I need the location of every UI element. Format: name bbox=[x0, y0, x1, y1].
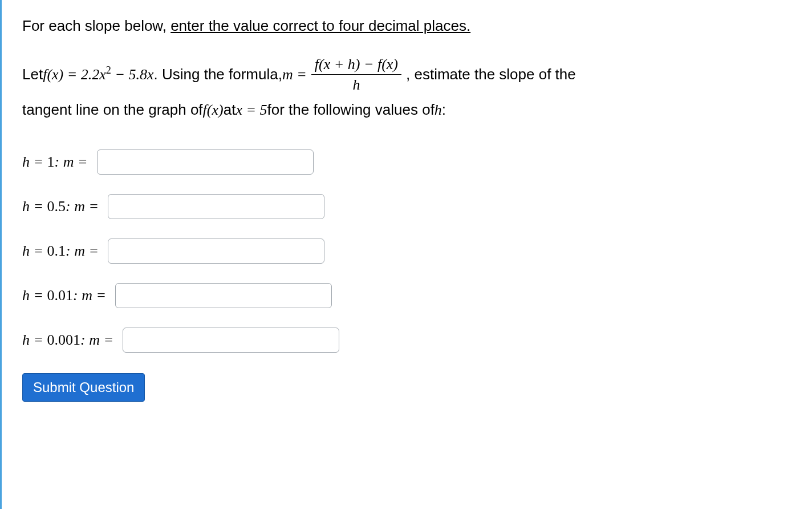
row-h-val: 0.1 bbox=[47, 243, 66, 259]
line1-mid: . Using the formula, bbox=[154, 60, 282, 88]
submit-question-button[interactable]: Submit Question bbox=[22, 373, 145, 402]
submit-container: Submit Question bbox=[22, 373, 791, 402]
fx-tail: − 5.8x bbox=[111, 66, 154, 83]
row-label: h = 0.1: m = bbox=[22, 243, 99, 260]
answer-input-h-0-1[interactable] bbox=[108, 239, 324, 264]
row-label: h = 1: m = bbox=[22, 153, 88, 171]
problem-statement: Let f(x) = 2.2x2 − 5.8x . Using the form… bbox=[22, 55, 791, 124]
line2-h: h bbox=[435, 96, 442, 124]
line2-fx: f(x) bbox=[203, 96, 224, 124]
answer-input-h-0-5[interactable] bbox=[108, 194, 324, 219]
intro-lead: For each slope below, bbox=[22, 17, 170, 34]
fraction-numerator: f(x + h) − f(x) bbox=[311, 55, 401, 74]
intro-underlined: enter the value correct to four decimal … bbox=[170, 17, 470, 34]
row-h-pre: h = bbox=[22, 243, 47, 259]
difference-quotient-fraction: f(x + h) − f(x) h bbox=[311, 55, 401, 94]
line2-pre: tangent line on the graph of bbox=[22, 96, 203, 124]
row-h-pre: h = bbox=[22, 153, 47, 170]
row-h-pre: h = bbox=[22, 198, 47, 215]
row-label: h = 0.01: m = bbox=[22, 287, 106, 304]
row-h-val: 1 bbox=[47, 153, 55, 170]
problem-line-1: Let f(x) = 2.2x2 − 5.8x . Using the form… bbox=[22, 55, 791, 94]
answer-input-h-0-001[interactable] bbox=[123, 328, 339, 353]
row-h-pre: h = bbox=[22, 287, 47, 304]
line2-post: for the following values of bbox=[267, 96, 434, 124]
row-h-val: 0.01 bbox=[47, 287, 74, 304]
row-m-eq: : m = bbox=[55, 153, 88, 170]
row-m-eq: : m = bbox=[73, 287, 106, 304]
row-label: h = 0.001: m = bbox=[22, 332, 113, 349]
m-equals: m = bbox=[282, 60, 307, 88]
intro-text: For each slope below, enter the value co… bbox=[22, 17, 791, 35]
line2-end: : bbox=[442, 96, 446, 124]
question-container: For each slope below, enter the value co… bbox=[0, 0, 812, 509]
row-h-val: 0.001 bbox=[47, 332, 81, 348]
answer-row-h-0-5: h = 0.5: m = bbox=[22, 194, 791, 219]
row-label: h = 0.5: m = bbox=[22, 198, 99, 215]
line1-pre: Let bbox=[22, 60, 43, 88]
answer-row-h-0-001: h = 0.001: m = bbox=[22, 328, 791, 353]
problem-line-2: tangent line on the graph of f(x) at x =… bbox=[22, 96, 791, 124]
answer-input-h-0-01[interactable] bbox=[115, 283, 332, 308]
fx-definition: f(x) = 2.2x2 − 5.8x bbox=[43, 60, 153, 88]
line1-post: , estimate the slope of the bbox=[406, 60, 576, 88]
row-m-eq: : m = bbox=[66, 243, 99, 259]
answer-row-h-1: h = 1: m = bbox=[22, 150, 791, 175]
fx-exponent: 2 bbox=[106, 64, 111, 76]
row-h-val: 0.5 bbox=[47, 198, 66, 215]
row-h-pre: h = bbox=[22, 332, 47, 348]
answer-row-h-0-01: h = 0.01: m = bbox=[22, 283, 791, 308]
line2-x-eq: x = 5 bbox=[236, 96, 267, 124]
row-m-eq: : m = bbox=[80, 332, 113, 348]
fraction-denominator: h bbox=[349, 75, 363, 94]
row-m-eq: : m = bbox=[66, 198, 99, 215]
answer-input-h-1[interactable] bbox=[97, 150, 314, 175]
answer-row-h-0-1: h = 0.1: m = bbox=[22, 239, 791, 264]
line2-mid: at bbox=[224, 96, 236, 124]
fx-eq: f(x) = 2.2x bbox=[43, 66, 106, 83]
